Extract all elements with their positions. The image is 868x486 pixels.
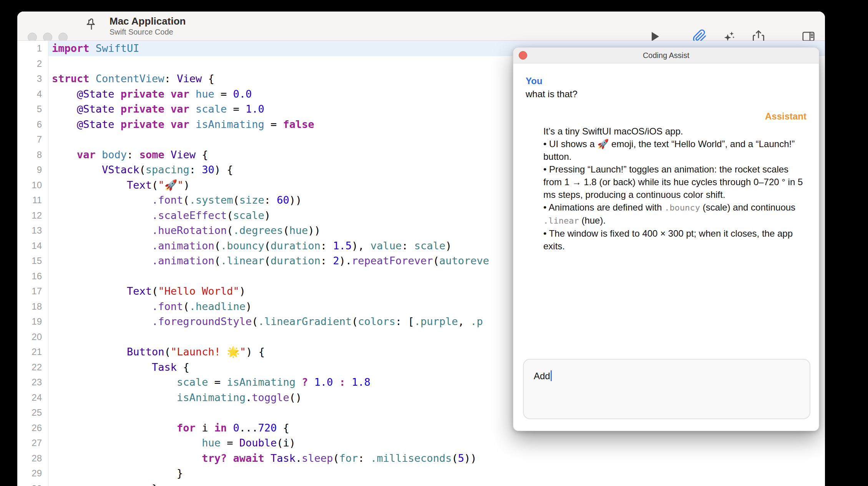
you-label: You bbox=[526, 76, 807, 86]
code-line: 29 } bbox=[17, 466, 825, 481]
line-number: 23 bbox=[17, 375, 48, 390]
pin-icon[interactable] bbox=[83, 18, 100, 34]
line-number: 1 bbox=[17, 41, 48, 56]
panel-title: Coding Assist bbox=[513, 48, 819, 63]
assistant-message-paragraph: It’s a tiny SwiftUI macOS/iOS app. bbox=[543, 125, 807, 138]
gutter-separator bbox=[48, 41, 48, 486]
line-number: 22 bbox=[17, 360, 48, 375]
assistant-message-paragraph: • Pressing “Launch!” toggles an animatio… bbox=[543, 163, 807, 201]
line-number: 21 bbox=[17, 344, 48, 360]
panel-titlebar[interactable]: Coding Assist bbox=[513, 48, 819, 63]
line-number: 28 bbox=[17, 451, 48, 466]
window-title-block: Mac Application Swift Source Code bbox=[110, 15, 186, 37]
line-number: 9 bbox=[17, 162, 48, 177]
line-number: 25 bbox=[17, 405, 48, 420]
window-subtitle: Swift Source Code bbox=[110, 27, 186, 37]
assistant-message-paragraph: • UI shows a 🚀 emoji, the text “Hello Wo… bbox=[543, 138, 807, 163]
line-number: 27 bbox=[17, 435, 48, 451]
line-number: 30 bbox=[17, 481, 48, 486]
line-number: 7 bbox=[17, 132, 48, 147]
code-line: 30 } bbox=[17, 481, 825, 486]
line-number: 24 bbox=[17, 390, 48, 405]
line-number: 8 bbox=[17, 147, 48, 163]
assistant-message-paragraph: • Animations are defined with .bouncy (s… bbox=[543, 201, 807, 227]
line-number: 12 bbox=[17, 208, 48, 223]
line-number: 19 bbox=[17, 314, 48, 329]
line-number: 13 bbox=[17, 223, 48, 238]
code-line-content[interactable]: try? await Task.sleep(for: .milliseconds… bbox=[48, 451, 825, 466]
code-line-content[interactable]: hue = Double(i) bbox=[48, 435, 825, 451]
chat-transcript: You what is that? Assistant It’s a tiny … bbox=[513, 76, 819, 252]
panel-close-button[interactable] bbox=[519, 51, 527, 60]
coding-assist-panel: Coding Assist You what is that? Assistan… bbox=[513, 47, 819, 431]
line-number: 4 bbox=[17, 86, 48, 102]
chat-input-value: Add bbox=[534, 371, 550, 381]
code-line-content[interactable]: } bbox=[48, 481, 825, 486]
line-number: 20 bbox=[17, 329, 48, 345]
assistant-message-paragraph: • The window is fixed to 400 × 300 pt; w… bbox=[543, 227, 807, 252]
screen: Mac Application Swift Source Code bbox=[0, 0, 868, 486]
line-number: 11 bbox=[17, 192, 48, 208]
line-number: 10 bbox=[17, 177, 48, 193]
line-number: 3 bbox=[17, 71, 48, 86]
assistant-message: It’s a tiny SwiftUI macOS/iOS app.• UI s… bbox=[543, 125, 807, 252]
line-number: 5 bbox=[17, 101, 48, 117]
text-caret bbox=[551, 370, 552, 381]
assistant-label: Assistant bbox=[526, 111, 807, 122]
line-number: 15 bbox=[17, 253, 48, 269]
chat-input[interactable]: Add bbox=[523, 359, 810, 419]
line-number: 6 bbox=[17, 117, 48, 132]
code-line-content[interactable]: } bbox=[48, 466, 825, 481]
line-number: 16 bbox=[17, 269, 48, 284]
window-title: Mac Application bbox=[110, 15, 186, 27]
user-message: what is that? bbox=[526, 89, 807, 100]
line-number: 29 bbox=[17, 466, 48, 481]
line-number: 14 bbox=[17, 238, 48, 254]
line-number: 26 bbox=[17, 420, 48, 436]
code-line: 27 hue = Double(i) bbox=[17, 435, 825, 451]
line-number: 18 bbox=[17, 299, 48, 314]
window-titlebar[interactable]: Mac Application Swift Source Code bbox=[17, 12, 825, 41]
line-number: 17 bbox=[17, 284, 48, 299]
code-line: 28 try? await Task.sleep(for: .milliseco… bbox=[17, 451, 825, 466]
line-number: 2 bbox=[17, 56, 48, 71]
